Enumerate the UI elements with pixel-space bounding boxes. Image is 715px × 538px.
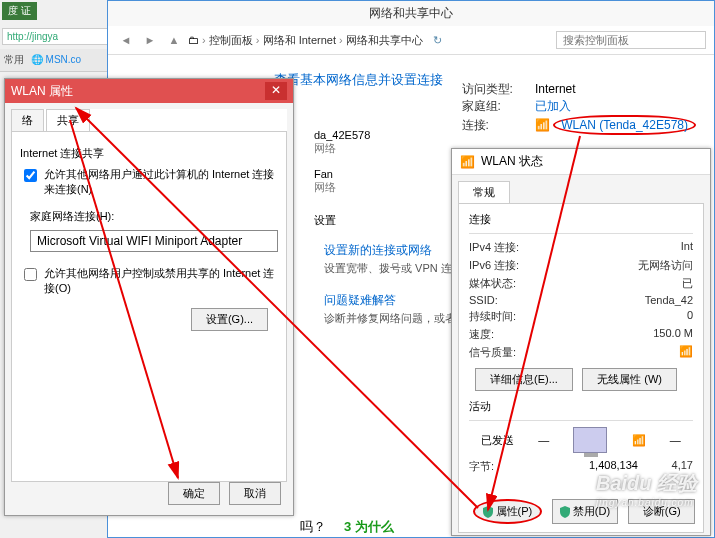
allow-control-checkbox[interactable] [24, 268, 37, 281]
baidu-cert-badge: 度 证 [2, 2, 37, 20]
bytes-recv-value: 4,17 [672, 459, 693, 474]
ok-button[interactable]: 确定 [168, 482, 220, 505]
wlan-connection-link[interactable]: WLAN (Tenda_42E578) [553, 115, 696, 135]
wireless-properties-button[interactable]: 无线属性 (W) [582, 368, 677, 391]
signal-quality-icon: 📶 [679, 345, 693, 360]
tab-general[interactable]: 常规 [458, 181, 510, 203]
details-button[interactable]: 详细信息(E)... [475, 368, 573, 391]
bytes-label: 字节: [469, 459, 559, 474]
forward-button[interactable]: ► [140, 30, 160, 50]
diagnose-button[interactable]: 诊断(G) [628, 499, 695, 524]
signal-icon: 📶 [535, 118, 550, 132]
properties-button[interactable]: 属性(P) [473, 499, 542, 524]
disable-button[interactable]: 禁用(D) [552, 499, 619, 524]
address-bar[interactable]: http://jingya [2, 28, 109, 45]
favorites-bar: 常用 🌐 MSN.co [0, 49, 111, 72]
home-connection-select[interactable]: Microsoft Virtual WIFI Miniport Adapter [30, 230, 278, 252]
question-link[interactable]: 3 为什么 [344, 519, 394, 534]
homegroup-link[interactable]: 已加入 [535, 99, 571, 113]
allow-control-label: 允许其他网络用户控制或禁用共享的 Internet 连接(O) [44, 266, 278, 296]
wlan-status-dialog: 📶 WLAN 状态 常规 连接 IPv4 连接:Int IPv6 连接:无网络访… [451, 148, 711, 536]
signal-quality-label: 信号质量: [469, 345, 559, 360]
duration-value: 0 [687, 309, 693, 324]
media-state-value: 已 [682, 276, 693, 291]
dialog-title: WLAN 属性 [11, 83, 73, 100]
bytes-sent-value: 1,408,134 [589, 459, 638, 474]
search-input[interactable] [556, 31, 706, 49]
sent-label: 已发送 [481, 433, 514, 448]
ssid-value: Tenda_42 [645, 294, 693, 306]
media-state-label: 媒体状态: [469, 276, 559, 291]
question-bar: 吗？ 3 为什么 [300, 518, 394, 536]
cancel-button[interactable]: 取消 [229, 482, 281, 505]
home-connection-label: 家庭网络连接(H): [30, 209, 278, 224]
back-button[interactable]: ◄ [116, 30, 136, 50]
settings-button[interactable]: 设置(G)... [191, 308, 268, 331]
activity-group-label: 活动 [469, 399, 693, 414]
speed-value: 150.0 M [653, 327, 693, 342]
refresh-icon[interactable]: ↻ [433, 34, 442, 47]
signal-icon: 📶 [460, 155, 475, 169]
ipv6-label: IPv6 连接: [469, 258, 559, 273]
access-type-label: 访问类型: [462, 81, 532, 98]
up-button[interactable]: ▲ [164, 30, 184, 50]
dialog-title: WLAN 状态 [481, 153, 543, 170]
connections-label: 连接: [462, 117, 532, 134]
access-type-value: Internet [535, 82, 576, 96]
ipv6-value: 无网络访问 [638, 258, 693, 273]
allow-control-checkbox-row[interactable]: 允许其他网络用户控制或禁用共享的 Internet 连接(O) [20, 266, 278, 296]
allow-sharing-label: 允许其他网络用户通过此计算机的 Internet 连接来连接(N) [44, 167, 278, 197]
folder-icon: 🗀 [188, 34, 199, 46]
tab-sharing[interactable]: 共享 [46, 109, 90, 131]
connection-group-label: 连接 [469, 212, 693, 227]
close-button[interactable]: ✕ [265, 82, 287, 100]
duration-label: 持续时间: [469, 309, 559, 324]
signal-bars-icon: 📶 [632, 434, 646, 447]
window-title: 网络和共享中心 [108, 1, 714, 26]
ssid-label: SSID: [469, 294, 559, 306]
ics-group-label: Internet 连接共享 [20, 146, 278, 161]
breadcrumb[interactable]: 🗀 › 控制面板 › 网络和 Internet › 网络和共享中心 [188, 33, 423, 48]
allow-sharing-checkbox[interactable] [24, 169, 37, 182]
allow-sharing-checkbox-row[interactable]: 允许其他网络用户通过此计算机的 Internet 连接来连接(N) [20, 167, 278, 197]
explorer-toolbar: ◄ ► ▲ 🗀 › 控制面板 › 网络和 Internet › 网络和共享中心 … [108, 26, 714, 55]
fav-label: 常用 [4, 54, 24, 65]
homegroup-label: 家庭组: [462, 98, 532, 115]
tab-networking[interactable]: 络 [11, 109, 44, 131]
fav-link-msn[interactable]: 🌐 MSN.co [31, 54, 81, 65]
activity-monitor-icon [573, 427, 607, 453]
speed-label: 速度: [469, 327, 559, 342]
wlan-properties-dialog: WLAN 属性 ✕ 络 共享 Internet 连接共享 允许其他网络用户通过此… [4, 78, 294, 516]
ipv4-value: Int [681, 240, 693, 255]
ipv4-label: IPv4 连接: [469, 240, 559, 255]
